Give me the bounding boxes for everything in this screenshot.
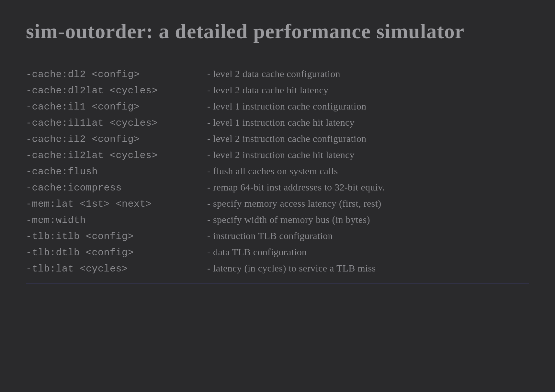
description-cell: - level 2 instruction cache hit latency: [207, 149, 529, 160]
table-row: -cache:il1lat <cycles>- level 1 instruct…: [26, 115, 529, 131]
table-row: -mem:width- specify width of memory bus …: [26, 212, 529, 228]
command-cell: -cache:icompress: [26, 182, 207, 193]
command-cell: -cache:dl2 <config>: [26, 69, 207, 80]
page-title: sim-outorder: a detailed performance sim…: [26, 19, 529, 43]
table-row: -tlb:itlb <config>- instruction TLB conf…: [26, 228, 529, 244]
description-cell: - level 1 instruction cache configuratio…: [207, 101, 529, 112]
table-row: -cache:flush- flush all caches on system…: [26, 163, 529, 179]
command-cell: -tlb:itlb <config>: [26, 231, 207, 242]
description-cell: - latency (in cycles) to service a TLB m…: [207, 263, 529, 274]
table-row: -tlb:dtlb <config>- data TLB configurati…: [26, 244, 529, 260]
description-cell: - level 2 data cache configuration: [207, 68, 529, 79]
description-cell: - specify memory access latency (first, …: [207, 198, 529, 209]
command-cell: -cache:il1lat <cycles>: [26, 118, 207, 129]
description-cell: - data TLB configuration: [207, 247, 529, 258]
command-cell: -mem:width: [26, 215, 207, 226]
content-table: -cache:dl2 <config>- level 2 data cache …: [26, 66, 529, 277]
command-cell: -cache:dl2lat <cycles>: [26, 85, 207, 96]
table-row: -cache:il2 <config>- level 2 instruction…: [26, 131, 529, 147]
table-row: -cache:icompress- remap 64-bit inst addr…: [26, 179, 529, 196]
command-cell: -cache:il1 <config>: [26, 101, 207, 112]
command-cell: -mem:lat <1st> <next>: [26, 199, 207, 210]
description-cell: - specify width of memory bus (in bytes): [207, 214, 529, 225]
table-row: -cache:il1 <config>- level 1 instruction…: [26, 98, 529, 115]
table-row: -cache:il2lat <cycles>- level 2 instruct…: [26, 147, 529, 163]
table-row: -cache:dl2lat <cycles>- level 2 data cac…: [26, 82, 529, 98]
description-cell: - level 1 instruction cache hit latency: [207, 117, 529, 128]
command-cell: -tlb:lat <cycles>: [26, 263, 207, 274]
page-container: sim-outorder: a detailed performance sim…: [0, 0, 555, 392]
table-row: -cache:dl2 <config>- level 2 data cache …: [26, 66, 529, 82]
command-cell: -cache:flush: [26, 166, 207, 177]
table-row: -mem:lat <1st> <next>- specify memory ac…: [26, 196, 529, 212]
description-cell: - flush all caches on system calls: [207, 166, 529, 177]
description-cell: - level 2 instruction cache configuratio…: [207, 133, 529, 144]
bottom-border: [26, 283, 529, 283]
description-cell: - instruction TLB configuration: [207, 230, 529, 241]
command-cell: -cache:il2 <config>: [26, 134, 207, 145]
command-cell: -cache:il2lat <cycles>: [26, 150, 207, 161]
description-cell: - level 2 data cache hit latency: [207, 85, 529, 96]
command-cell: -tlb:dtlb <config>: [26, 247, 207, 258]
description-cell: - remap 64-bit inst addresses to 32-bit …: [207, 182, 529, 193]
table-row: -tlb:lat <cycles>- latency (in cycles) t…: [26, 260, 529, 277]
